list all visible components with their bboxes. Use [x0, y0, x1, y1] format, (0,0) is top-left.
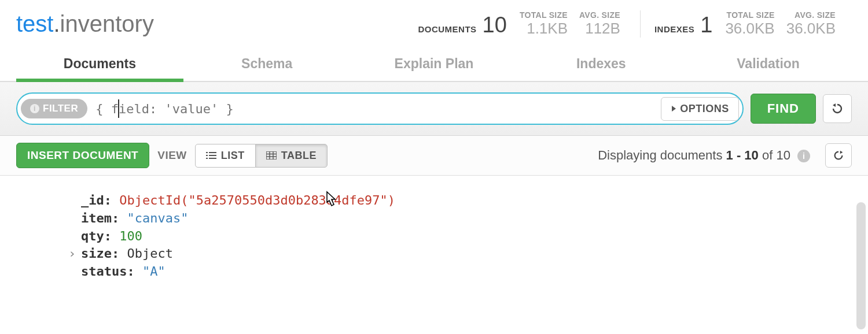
- display-total: 10: [776, 148, 790, 162]
- info-icon: i: [30, 104, 39, 113]
- doc-field-id: _id: ObjectId("5a2570550d3d0b283a4dfe97"…: [81, 192, 833, 210]
- caret-right-icon: [671, 105, 676, 112]
- display-prefix: Displaying documents: [598, 148, 726, 162]
- filter-input-wrap[interactable]: i FILTER OPTIONS: [16, 92, 744, 125]
- expand-caret-icon[interactable]: ›: [68, 245, 76, 263]
- tab-explain-plan[interactable]: Explain Plan: [351, 48, 518, 82]
- svg-rect-8: [206, 158, 208, 159]
- svg-text:i: i: [34, 105, 36, 113]
- view-toggle-group: LIST TABLE: [195, 144, 328, 168]
- field-value-size: Object: [127, 246, 172, 261]
- field-key-item: item: [81, 211, 112, 225]
- namespace-db: test: [16, 11, 53, 36]
- field-key-qty: qty: [81, 229, 104, 243]
- doc-field-size: ›size: Object: [81, 245, 833, 263]
- info-icon[interactable]: i: [797, 150, 810, 162]
- svg-rect-5: [209, 152, 216, 153]
- filter-options-button[interactable]: OPTIONS: [661, 97, 739, 121]
- display-middle: of: [759, 148, 777, 162]
- namespace-title: test.inventory: [16, 11, 154, 37]
- history-icon: [830, 102, 844, 116]
- stat-idx-total-size-value: 36.0KB: [725, 20, 774, 38]
- display-range: 1 - 10: [726, 148, 759, 162]
- query-filter-bar: i FILTER OPTIONS FIND: [0, 82, 868, 136]
- field-value-qty: 100: [119, 229, 142, 243]
- field-value-item: "canvas": [127, 211, 188, 225]
- svg-rect-10: [266, 151, 277, 159]
- svg-rect-4: [206, 152, 208, 153]
- documents-toolbar: INSERT DOCUMENT VIEW LIST TABLE Displayi…: [0, 136, 868, 176]
- tab-documents[interactable]: Documents: [16, 48, 183, 82]
- refresh-icon: [832, 149, 845, 162]
- doc-field-status: status: "A": [81, 263, 833, 281]
- collection-header: test.inventory DOCUMENTS 10 TOTAL SIZE 1…: [0, 0, 868, 42]
- stat-idx-avg-size-value: 36.0KB: [786, 20, 836, 38]
- svg-marker-2: [672, 106, 676, 112]
- field-value-status: "A": [142, 264, 165, 279]
- filter-options-label: OPTIONS: [680, 103, 729, 115]
- stat-documents-value: 10: [483, 13, 507, 38]
- stat-documents-label: DOCUMENTS: [418, 24, 476, 34]
- refresh-button[interactable]: [825, 143, 852, 168]
- stat-docs-avg-size-value: 112B: [585, 20, 620, 38]
- tab-indexes[interactable]: Indexes: [517, 48, 685, 82]
- field-key-size: size: [81, 246, 112, 261]
- reset-query-button[interactable]: [823, 94, 852, 123]
- field-key-status: status: [81, 264, 127, 279]
- namespace-collection: inventory: [60, 11, 154, 36]
- view-list-label: LIST: [221, 150, 245, 162]
- view-list-button[interactable]: LIST: [195, 144, 256, 168]
- table-icon: [266, 151, 277, 159]
- stat-idx-total-size-label: TOTAL SIZE: [727, 10, 775, 20]
- doc-field-qty: qty: 100: [81, 228, 833, 246]
- filter-pill-label: FILTER: [43, 103, 78, 114]
- text-cursor: [118, 99, 119, 118]
- list-icon: [206, 151, 216, 159]
- stat-docs-avg-size-label: AVG. SIZE: [579, 10, 620, 20]
- tab-bar: Documents Schema Explain Plan Indexes Va…: [0, 48, 868, 82]
- field-value-id: ObjectId("5a2570550d3d0b283a4dfe97"): [119, 193, 395, 207]
- view-table-button[interactable]: TABLE: [255, 144, 328, 168]
- tab-schema[interactable]: Schema: [183, 48, 351, 82]
- document-json-view: _id: ObjectId("5a2570550d3d0b283a4dfe97"…: [0, 176, 868, 298]
- svg-marker-3: [833, 103, 836, 107]
- tab-validation[interactable]: Validation: [685, 48, 852, 82]
- stat-idx-avg-size-label: AVG. SIZE: [795, 10, 836, 20]
- vertical-scrollbar-thumb[interactable]: [856, 202, 866, 329]
- view-label: VIEW: [157, 149, 187, 162]
- svg-marker-15: [840, 151, 843, 154]
- stat-indexes-label: INDEXES: [654, 24, 694, 34]
- stat-docs-total-size-value: 1.1KB: [527, 20, 568, 38]
- filter-query-input[interactable]: [87, 102, 661, 116]
- find-button[interactable]: FIND: [751, 94, 816, 124]
- svg-rect-6: [206, 155, 208, 156]
- insert-document-button[interactable]: INSERT DOCUMENT: [16, 143, 149, 168]
- view-table-label: TABLE: [281, 150, 317, 162]
- stat-indexes-value: 1: [700, 13, 712, 38]
- doc-field-item: item: "canvas": [81, 210, 833, 228]
- namespace-separator: .: [53, 11, 60, 36]
- svg-rect-9: [209, 158, 216, 159]
- display-count-text: Displaying documents 1 - 10 of 10 i: [598, 148, 810, 163]
- field-key-id: _id: [81, 193, 104, 207]
- svg-rect-7: [209, 155, 216, 156]
- collection-stats: DOCUMENTS 10 TOTAL SIZE 1.1KB AVG. SIZE …: [407, 10, 852, 38]
- stat-docs-total-size-label: TOTAL SIZE: [520, 10, 568, 20]
- filter-pill: i FILTER: [21, 99, 87, 118]
